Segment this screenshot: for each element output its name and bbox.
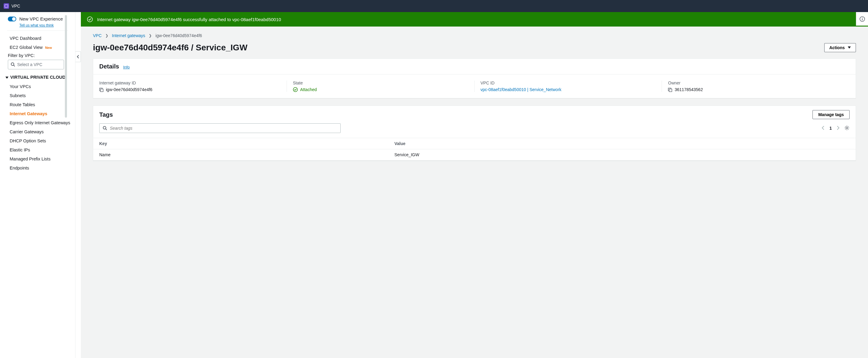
- sidebar-item-managed-prefix[interactable]: Managed Prefix Lists: [0, 155, 75, 163]
- scrollbar[interactable]: [65, 15, 67, 118]
- svg-rect-0: [5, 4, 8, 7]
- divider: [7, 30, 68, 31]
- sidebar-section-vpc[interactable]: VIRTUAL PRIVATE CLOUD: [0, 69, 75, 82]
- svg-line-17: [105, 129, 107, 130]
- manage-tags-button[interactable]: Manage tags: [812, 110, 849, 119]
- info-icon: [860, 16, 865, 22]
- vpc-service-icon: [4, 3, 9, 9]
- sidebar-item-subnets[interactable]: Subnets: [0, 91, 75, 100]
- details-heading: Details: [99, 63, 119, 70]
- svg-point-13: [293, 88, 298, 92]
- sidebar-item-carrier-gateways[interactable]: Carrier Gateways: [0, 127, 75, 136]
- igw-id-label: Internet gateway ID: [99, 80, 281, 85]
- gear-icon: [844, 125, 849, 131]
- sidebar-item-endpoints[interactable]: Endpoints: [0, 163, 75, 172]
- page-title: igw-0ee76d40d5974e4f6 / Service_IGW: [93, 43, 247, 53]
- breadcrumb-igw[interactable]: Internet gateways: [112, 33, 146, 38]
- chevron-left-icon: [822, 126, 825, 130]
- svg-point-8: [862, 18, 862, 18]
- search-icon: [10, 62, 16, 67]
- col-key[interactable]: Key: [93, 138, 388, 149]
- next-page-button[interactable]: [837, 126, 839, 131]
- prev-page-button[interactable]: [822, 126, 825, 131]
- filter-placeholder: Select a VPC: [17, 62, 42, 67]
- owner-value: 361178543562: [675, 87, 703, 92]
- copy-icon[interactable]: [668, 88, 672, 92]
- svg-marker-10: [848, 46, 851, 48]
- sidebar-item-route-tables[interactable]: Route Tables: [0, 100, 75, 109]
- state-label: State: [293, 80, 468, 85]
- sidebar-item-elastic-ips[interactable]: Elastic IPs: [0, 145, 75, 155]
- caret-down-icon: [848, 46, 851, 49]
- sidebar-item-dashboard[interactable]: VPC Dashboard: [0, 34, 75, 43]
- tags-search[interactable]: [99, 123, 341, 133]
- breadcrumb-current: igw-0ee76d40d5974e4f6: [155, 33, 202, 38]
- tags-search-input[interactable]: [110, 126, 337, 131]
- service-name: VPC: [11, 4, 20, 8]
- table-settings-button[interactable]: [844, 125, 849, 131]
- breadcrumb: VPC ❯ Internet gateways ❯ igw-0ee76d40d5…: [93, 33, 856, 38]
- pagination: 1: [822, 125, 849, 131]
- caret-down-icon: [5, 76, 8, 79]
- vpc-id-link[interactable]: vpc-08aef1f0eabd50010 | Service_Network: [480, 87, 561, 92]
- tags-table: Key Value Name Service_IGW: [93, 138, 856, 160]
- sidebar-item-your-vpcs[interactable]: Your VPCs: [0, 82, 75, 91]
- search-icon: [102, 126, 107, 131]
- check-circle-icon: [87, 16, 93, 22]
- info-panel-toggle[interactable]: [856, 12, 868, 26]
- copy-icon[interactable]: [99, 88, 103, 92]
- experience-toggle[interactable]: [8, 17, 16, 22]
- table-row[interactable]: Name Service_IGW: [93, 149, 856, 160]
- details-info-link[interactable]: Info: [123, 65, 130, 69]
- sidebar-collapse-handle[interactable]: [75, 51, 81, 62]
- svg-rect-15: [669, 89, 672, 92]
- filter-label: Filter by VPC:: [0, 52, 75, 60]
- top-navbar: VPC: [0, 0, 868, 12]
- experience-label: New VPC Experience: [19, 16, 63, 22]
- vpc-id-label: VPC ID: [480, 80, 656, 85]
- sidebar-item-ec2-global[interactable]: EC2 Global View New: [0, 43, 75, 52]
- igw-id-value: igw-0ee76d40d5974e4f6: [106, 87, 152, 92]
- col-value[interactable]: Value: [388, 138, 856, 149]
- cell-key: Name: [93, 149, 388, 160]
- main-content: Internet gateway igw-0ee76d40d5974e4f6 s…: [81, 12, 868, 358]
- sidebar: New VPC Experience Tell us what you thin…: [0, 12, 75, 358]
- tags-heading: Tags: [99, 111, 113, 118]
- sidebar-item-internet-gateways[interactable]: Internet Gateways: [0, 109, 75, 118]
- banner-message: Internet gateway igw-0ee76d40d5974e4f6 s…: [97, 17, 857, 22]
- chevron-left-icon: [77, 55, 79, 59]
- success-banner: Internet gateway igw-0ee76d40d5974e4f6 s…: [81, 12, 868, 27]
- svg-point-4: [88, 17, 93, 22]
- sidebar-item-egress-only[interactable]: Egress Only Internet Gateways: [0, 118, 75, 127]
- check-circle-icon: [293, 87, 298, 92]
- owner-label: Owner: [668, 80, 843, 85]
- svg-line-2: [13, 65, 15, 66]
- details-panel: Details Info Internet gateway ID igw-0ee…: [93, 59, 856, 98]
- sidebar-item-dhcp[interactable]: DHCP Option Sets: [0, 136, 75, 145]
- svg-marker-3: [5, 76, 8, 79]
- tags-panel: Tags Manage tags 1: [93, 105, 856, 161]
- vpc-filter-select[interactable]: Select a VPC: [8, 60, 64, 69]
- new-badge: New: [45, 46, 52, 50]
- state-value: Attached: [300, 87, 317, 92]
- svg-rect-12: [100, 89, 103, 92]
- page-number: 1: [829, 126, 832, 131]
- svg-point-18: [846, 127, 848, 129]
- cell-value: Service_IGW: [388, 149, 856, 160]
- chevron-right-icon: ❯: [105, 33, 108, 38]
- svg-rect-9: [862, 19, 863, 20]
- svg-point-1: [11, 63, 14, 65]
- chevron-right-icon: [837, 126, 839, 130]
- breadcrumb-vpc[interactable]: VPC: [93, 33, 102, 38]
- chevron-right-icon: ❯: [149, 33, 152, 38]
- table-header-row: Key Value: [93, 138, 856, 149]
- svg-point-16: [103, 126, 106, 129]
- actions-button[interactable]: Actions: [824, 43, 856, 52]
- sidebar-item-label: EC2 Global View: [10, 45, 42, 50]
